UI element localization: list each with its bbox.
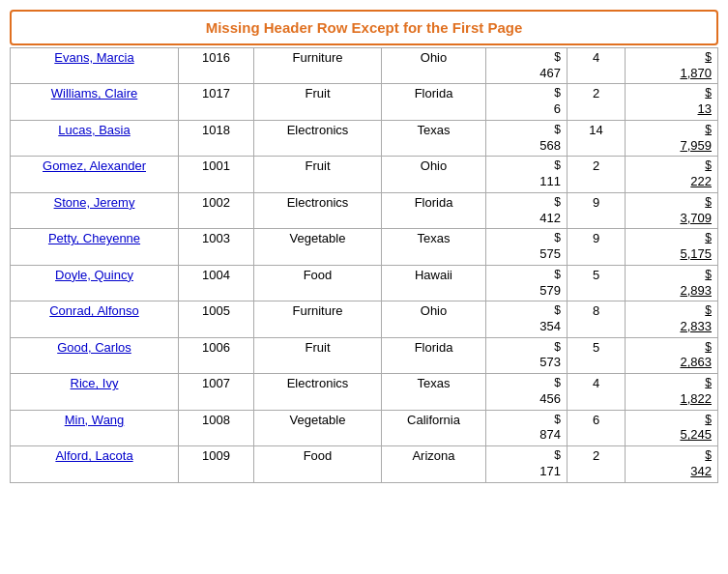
cell-price: $111 (486, 157, 568, 192)
cell-price: $354 (486, 301, 568, 337)
cell-price: $412 (486, 192, 568, 228)
total-value: 1,870 (631, 66, 712, 82)
total-dollar: $ (631, 448, 712, 464)
total-value: 7,959 (631, 138, 712, 155)
price-value: 6 (492, 101, 561, 118)
cell-category: Food (254, 446, 382, 482)
cell-id: 1008 (179, 410, 254, 445)
cell-state: Ohio (382, 301, 486, 337)
price-value: 573 (492, 355, 561, 371)
cell-qty: 14 (568, 120, 626, 156)
price-dollar: $ (492, 231, 561, 246)
total-value: 342 (631, 464, 712, 480)
cell-category: Food (254, 265, 382, 301)
cell-total: $1,822 (626, 374, 718, 410)
cell-state: Florida (382, 337, 486, 373)
cell-state: Florida (382, 84, 486, 120)
cell-qty: 4 (568, 48, 626, 84)
table-row: Good, Carlos1006FruitFlorida$5735$2,863 (11, 337, 718, 373)
cell-id: 1004 (179, 265, 254, 301)
total-value: 2,893 (631, 283, 712, 300)
cell-name: Rice, Ivy (11, 374, 179, 410)
cell-total: $2,863 (626, 337, 718, 373)
total-value: 2,863 (631, 355, 712, 371)
cell-id: 1002 (179, 192, 254, 228)
cell-qty: 9 (568, 229, 626, 265)
total-dollar: $ (631, 50, 712, 66)
cell-category: Electronics (254, 120, 382, 156)
total-dollar: $ (631, 340, 712, 356)
cell-price: $456 (486, 374, 568, 410)
cell-price: $579 (486, 265, 568, 301)
cell-id: 1007 (179, 374, 254, 410)
cell-state: Ohio (382, 157, 486, 192)
total-dollar: $ (631, 158, 712, 174)
total-value: 2,833 (631, 319, 712, 335)
cell-name: Gomez, Alexander (11, 157, 179, 192)
cell-id: 1016 (179, 48, 254, 84)
price-dollar: $ (492, 303, 561, 319)
cell-qty: 9 (568, 192, 626, 228)
price-dollar: $ (492, 376, 561, 391)
cell-qty: 4 (568, 374, 626, 410)
cell-name: Evans, Marcia (11, 48, 179, 84)
table-row: Rice, Ivy1007ElectronicsTexas$4564$1,822 (11, 374, 718, 410)
cell-total: $13 (626, 84, 718, 120)
total-value: 5,175 (631, 246, 712, 263)
cell-id: 1005 (179, 301, 254, 337)
table-row: Doyle, Quincy1004FoodHawaii$5795$2,893 (11, 265, 718, 301)
price-value: 171 (492, 464, 561, 480)
cell-name: Williams, Claire (11, 84, 179, 120)
cell-qty: 2 (568, 84, 626, 120)
cell-state: Texas (382, 229, 486, 265)
price-dollar: $ (492, 268, 561, 283)
price-dollar: $ (492, 158, 561, 174)
total-value: 1,822 (631, 391, 712, 408)
cell-category: Furniture (254, 48, 382, 84)
cell-id: 1009 (179, 446, 254, 482)
cell-price: $573 (486, 337, 568, 373)
table-row: Alford, Lacota1009FoodArizona$1712$342 (11, 446, 718, 482)
price-dollar: $ (492, 123, 561, 138)
cell-category: Vegetable (254, 229, 382, 265)
total-dollar: $ (631, 303, 712, 319)
cell-name: Conrad, Alfonso (11, 301, 179, 337)
table-row: Petty, Cheyenne1003VegetableTexas$5759$5… (11, 229, 718, 265)
cell-state: Hawaii (382, 265, 486, 301)
cell-total: $7,959 (626, 120, 718, 156)
cell-state: Texas (382, 120, 486, 156)
cell-id: 1017 (179, 84, 254, 120)
table-row: Lucas, Basia1018ElectronicsTexas$56814$7… (11, 120, 718, 156)
total-value: 13 (631, 101, 712, 118)
price-value: 111 (492, 174, 561, 190)
cell-category: Fruit (254, 157, 382, 192)
price-value: 467 (492, 66, 561, 82)
total-dollar: $ (631, 268, 712, 283)
cell-name: Doyle, Quincy (11, 265, 179, 301)
cell-qty: 2 (568, 157, 626, 192)
cell-price: $467 (486, 48, 568, 84)
cell-id: 1006 (179, 337, 254, 373)
cell-total: $2,833 (626, 301, 718, 337)
total-dollar: $ (631, 231, 712, 246)
cell-total: $3,709 (626, 192, 718, 228)
price-value: 568 (492, 138, 561, 155)
total-dollar: $ (631, 376, 712, 391)
price-dollar: $ (492, 50, 561, 66)
cell-id: 1018 (179, 120, 254, 156)
total-value: 3,709 (631, 211, 712, 227)
cell-state: California (382, 410, 486, 445)
cell-name: Stone, Jeremy (11, 192, 179, 228)
total-value: 5,245 (631, 427, 712, 444)
cell-total: $342 (626, 446, 718, 482)
total-dollar: $ (631, 195, 712, 211)
price-dollar: $ (492, 195, 561, 211)
cell-qty: 5 (568, 337, 626, 373)
cell-price: $874 (486, 410, 568, 445)
cell-id: 1003 (179, 229, 254, 265)
cell-price: $171 (486, 446, 568, 482)
cell-name: Good, Carlos (11, 337, 179, 373)
cell-price: $6 (486, 84, 568, 120)
cell-total: $1,870 (626, 48, 718, 84)
cell-id: 1001 (179, 157, 254, 192)
